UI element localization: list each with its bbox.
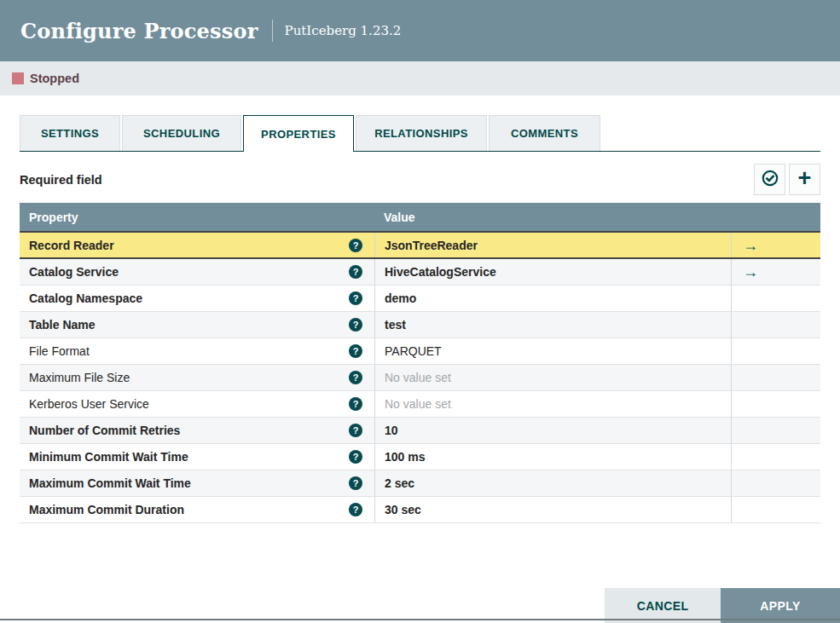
goto-service-icon[interactable]: → bbox=[743, 264, 758, 280]
property-name-cell: Kerberos User Service ? bbox=[20, 391, 374, 417]
stopped-icon bbox=[12, 72, 24, 84]
help-icon[interactable]: ? bbox=[349, 291, 362, 305]
help-icon[interactable]: ? bbox=[349, 424, 362, 437]
property-value-cell[interactable]: 30 sec bbox=[374, 497, 731, 522]
property-value: PARQUET bbox=[385, 344, 442, 358]
status-bar: Stopped bbox=[0, 61, 840, 95]
property-table-body: Record Reader ? JsonTreeReader → Catalog… bbox=[20, 231, 820, 523]
property-row: Record Reader ? JsonTreeReader → bbox=[20, 231, 820, 259]
property-value-cell[interactable]: test bbox=[374, 312, 731, 337]
property-name-cell: Catalog Service ? bbox=[20, 259, 374, 285]
property-value-cell[interactable]: 2 sec bbox=[374, 470, 731, 496]
help-icon[interactable]: ? bbox=[349, 450, 362, 464]
dialog-content: SETTINGS SCHEDULING PROPERTIES RELATIONS… bbox=[0, 115, 840, 523]
property-row: Catalog Namespace ? demo → bbox=[20, 286, 820, 312]
processor-type-version: PutIceberg 1.23.2 bbox=[285, 23, 402, 38]
goto-service-cell: → bbox=[731, 497, 820, 522]
property-value-cell[interactable]: JsonTreeReader bbox=[374, 233, 731, 257]
property-value: No value set bbox=[385, 397, 451, 411]
property-name-cell: Minimum Commit Wait Time ? bbox=[20, 444, 374, 470]
property-row: File Format ? PARQUET → bbox=[20, 338, 820, 365]
property-value: JsonTreeReader bbox=[385, 239, 478, 252]
property-value-cell[interactable]: 100 ms bbox=[374, 444, 731, 470]
help-icon[interactable]: ? bbox=[349, 318, 362, 332]
property-value: 30 sec bbox=[385, 503, 421, 516]
goto-service-cell: → bbox=[731, 233, 820, 257]
property-name: Table Name bbox=[29, 318, 96, 332]
property-name: Number of Commit Retries bbox=[29, 424, 180, 437]
canvas-edge-line bbox=[0, 619, 840, 620]
goto-service-cell: → bbox=[731, 418, 820, 443]
goto-service-cell: → bbox=[731, 365, 820, 390]
required-field-label: Required field bbox=[20, 173, 102, 187]
goto-service-cell: → bbox=[731, 444, 820, 470]
goto-service-icon[interactable]: → bbox=[743, 238, 758, 253]
tab-strip: SETTINGS SCHEDULING PROPERTIES RELATIONS… bbox=[20, 115, 820, 152]
goto-service-cell: → bbox=[731, 470, 820, 496]
help-icon[interactable]: ? bbox=[349, 239, 362, 252]
help-icon[interactable]: ? bbox=[349, 344, 362, 358]
tab-comments[interactable]: COMMENTS bbox=[489, 115, 600, 151]
help-icon[interactable]: ? bbox=[349, 503, 362, 516]
property-name: File Format bbox=[29, 344, 90, 358]
property-name-cell: Maximum File Size ? bbox=[20, 365, 374, 390]
verify-properties-button[interactable] bbox=[754, 164, 785, 195]
property-row: Maximum Commit Duration ? 30 sec → bbox=[20, 497, 820, 523]
property-value: HiveCatalogService bbox=[385, 265, 496, 279]
help-icon[interactable]: ? bbox=[349, 397, 362, 411]
property-value-cell[interactable]: PARQUET bbox=[374, 338, 731, 364]
tab-relationships[interactable]: RELATIONSHIPS bbox=[356, 115, 487, 151]
tab-label: SCHEDULING bbox=[143, 127, 220, 140]
property-value-cell[interactable]: 10 bbox=[374, 418, 731, 443]
property-name: Maximum Commit Duration bbox=[29, 503, 184, 516]
plus-icon: + bbox=[798, 167, 812, 190]
property-name-cell: Maximum Commit Duration ? bbox=[20, 497, 374, 522]
property-name: Minimum Commit Wait Time bbox=[29, 450, 188, 464]
help-icon[interactable]: ? bbox=[349, 265, 362, 279]
property-row: Number of Commit Retries ? 10 → bbox=[20, 418, 820, 444]
property-value-cell[interactable]: HiveCatalogService bbox=[374, 259, 731, 285]
property-value: 100 ms bbox=[385, 450, 425, 464]
property-name: Record Reader bbox=[29, 239, 114, 252]
property-row: Table Name ? test → bbox=[20, 312, 820, 338]
goto-service-cell: → bbox=[731, 286, 820, 311]
property-name: Kerberos User Service bbox=[29, 397, 149, 411]
property-name-cell: Table Name ? bbox=[20, 312, 374, 337]
property-value: 10 bbox=[385, 424, 398, 437]
properties-toolbar: Required field + bbox=[20, 164, 820, 195]
property-row: Catalog Service ? HiveCatalogService → bbox=[20, 259, 820, 286]
tab-label: SETTINGS bbox=[41, 127, 99, 140]
property-name: Maximum File Size bbox=[29, 371, 130, 384]
tab-label: COMMENTS bbox=[511, 127, 578, 140]
footer-buttons: CANCEL APPLY bbox=[605, 588, 840, 623]
cancel-button[interactable]: CANCEL bbox=[605, 588, 721, 623]
property-table-header: Property Value bbox=[20, 203, 820, 231]
goto-service-cell: → bbox=[731, 259, 820, 285]
help-icon[interactable]: ? bbox=[349, 371, 362, 384]
tab-settings[interactable]: SETTINGS bbox=[20, 115, 120, 151]
goto-service-cell: → bbox=[731, 338, 820, 364]
apply-button[interactable]: APPLY bbox=[721, 588, 840, 623]
property-value: demo bbox=[385, 291, 416, 305]
property-row: Kerberos User Service ? No value set → bbox=[20, 391, 820, 418]
value-column-header: Value bbox=[374, 211, 731, 224]
property-name-cell: Record Reader ? bbox=[20, 233, 374, 257]
property-value: No value set bbox=[385, 371, 451, 384]
tab-properties[interactable]: PROPERTIES bbox=[243, 115, 354, 152]
property-value-cell[interactable]: No value set bbox=[374, 391, 731, 417]
property-name: Catalog Service bbox=[29, 265, 119, 279]
help-icon[interactable]: ? bbox=[349, 476, 362, 490]
property-value: 2 sec bbox=[385, 476, 414, 490]
property-value: test bbox=[385, 318, 406, 332]
property-row: Minimum Commit Wait Time ? 100 ms → bbox=[20, 444, 820, 470]
property-table: Property Value Record Reader ? JsonTreeR… bbox=[20, 203, 820, 523]
status-label: Stopped bbox=[30, 72, 79, 85]
property-row: Maximum Commit Wait Time ? 2 sec → bbox=[20, 470, 820, 497]
toolbar-buttons: + bbox=[754, 164, 820, 195]
property-value-cell[interactable]: No value set bbox=[374, 365, 731, 390]
property-name-cell: File Format ? bbox=[20, 338, 374, 364]
property-value-cell[interactable]: demo bbox=[374, 286, 731, 311]
tab-scheduling[interactable]: SCHEDULING bbox=[122, 115, 241, 151]
property-name-cell: Maximum Commit Wait Time ? bbox=[20, 470, 374, 496]
add-property-button[interactable]: + bbox=[789, 164, 820, 195]
